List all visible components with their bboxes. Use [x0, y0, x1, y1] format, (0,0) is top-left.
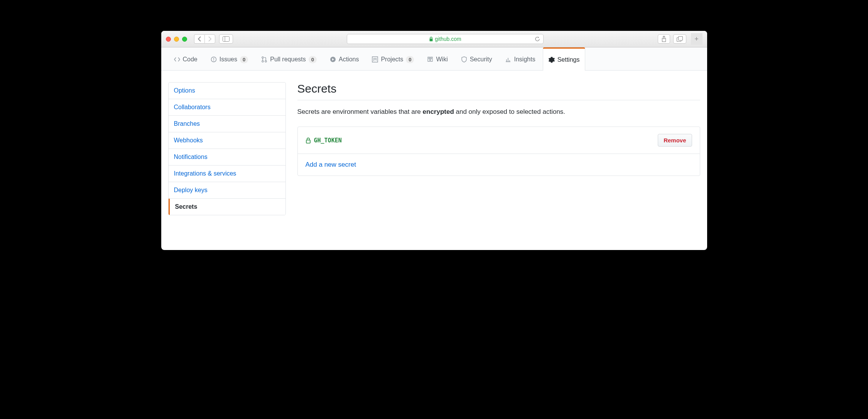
remove-secret-button[interactable]: Remove — [658, 134, 692, 147]
pull-request-icon — [261, 56, 267, 63]
svg-rect-6 — [678, 37, 682, 41]
play-icon — [330, 56, 336, 63]
share-button[interactable] — [658, 34, 670, 44]
lock-icon — [429, 37, 433, 42]
secrets-box: GH_TOKEN Remove Add a new secret — [297, 127, 700, 176]
desc-bold: encrypted — [423, 108, 454, 115]
graph-icon — [505, 56, 511, 63]
forward-button[interactable] — [204, 34, 215, 44]
desc-post: and only exposed to selected actions. — [454, 108, 565, 115]
svg-rect-0 — [223, 37, 229, 42]
projects-count: 0 — [406, 56, 414, 63]
secret-name: GH_TOKEN — [306, 137, 342, 144]
tab-wiki[interactable]: Wiki — [421, 47, 453, 71]
pulls-count: 0 — [309, 56, 317, 63]
lock-icon — [306, 137, 311, 144]
tab-pulls[interactable]: Pull requests 0 — [255, 47, 323, 71]
book-icon — [427, 56, 433, 63]
window-controls — [166, 37, 187, 42]
svg-rect-2 — [430, 39, 433, 41]
sidebar-toggle-button[interactable] — [219, 34, 233, 44]
sidemenu-item-options[interactable]: Options — [169, 83, 285, 99]
desc-pre: Secrets are environment variables that a… — [297, 108, 423, 115]
secret-row: GH_TOKEN Remove — [298, 127, 700, 154]
tab-wiki-label: Wiki — [436, 56, 448, 63]
sidemenu-item-integrations-services[interactable]: Integrations & services — [169, 166, 285, 182]
tab-security-label: Security — [470, 56, 492, 63]
sidemenu-item-collaborators[interactable]: Collaborators — [169, 99, 285, 116]
tabs-button[interactable] — [673, 34, 686, 44]
code-icon — [174, 56, 180, 63]
back-button[interactable] — [194, 34, 204, 44]
gear-icon — [549, 57, 555, 63]
page-title: Secrets — [297, 82, 700, 100]
svg-point-11 — [262, 61, 263, 62]
tab-insights[interactable]: Insights — [499, 47, 541, 71]
issue-icon — [211, 56, 217, 63]
tab-insights-label: Insights — [514, 56, 535, 63]
sidemenu-item-deploy-keys[interactable]: Deploy keys — [169, 182, 285, 199]
main-panel: Secrets Secrets are environment variable… — [297, 82, 700, 250]
address-host: github.com — [435, 36, 461, 42]
svg-point-9 — [213, 61, 214, 61]
sidemenu-item-webhooks[interactable]: Webhooks — [169, 132, 285, 149]
sidemenu-item-branches[interactable]: Branches — [169, 116, 285, 132]
tab-settings[interactable]: Settings — [543, 47, 586, 71]
secret-name-text: GH_TOKEN — [314, 137, 342, 144]
nav-buttons — [194, 34, 215, 44]
reload-button[interactable] — [535, 36, 540, 42]
minimize-window-button[interactable] — [174, 37, 179, 42]
titlebar: github.com + — [161, 31, 707, 47]
svg-point-10 — [262, 57, 263, 58]
project-icon — [372, 56, 378, 63]
repo-nav: Code Issues 0 Pull requests 0 Actions Pr… — [161, 47, 707, 71]
sidemenu-item-notifications[interactable]: Notifications — [169, 149, 285, 166]
tab-security[interactable]: Security — [455, 47, 498, 71]
add-secret-row: Add a new secret — [298, 154, 700, 176]
page-description: Secrets are environment variables that a… — [297, 108, 700, 116]
tab-issues-label: Issues — [220, 56, 237, 63]
tab-projects[interactable]: Projects 0 — [366, 47, 420, 71]
tab-pulls-label: Pull requests — [270, 56, 306, 63]
tab-actions[interactable]: Actions — [324, 47, 365, 71]
toolbar-right: + — [658, 33, 703, 45]
tab-code-label: Code — [183, 56, 198, 63]
tab-code[interactable]: Code — [168, 47, 203, 71]
svg-rect-27 — [306, 140, 310, 143]
close-window-button[interactable] — [166, 37, 171, 42]
sidemenu-item-secrets: Secrets — [169, 199, 285, 215]
tab-projects-label: Projects — [381, 56, 403, 63]
tab-actions-label: Actions — [339, 56, 359, 63]
browser-window: github.com + Code Issues 0 Pu — [161, 31, 707, 250]
add-secret-link[interactable]: Add a new secret — [306, 161, 356, 169]
new-tab-button[interactable]: + — [691, 33, 703, 45]
svg-point-12 — [265, 61, 267, 62]
settings-sidemenu: OptionsCollaboratorsBranchesWebhooksNoti… — [168, 82, 286, 215]
content: OptionsCollaboratorsBranchesWebhooksNoti… — [161, 71, 707, 250]
zoom-window-button[interactable] — [182, 37, 187, 42]
address-bar[interactable]: github.com — [347, 34, 544, 44]
issues-count: 0 — [240, 56, 248, 63]
tab-settings-label: Settings — [557, 56, 580, 63]
shield-icon — [461, 56, 467, 63]
tab-issues[interactable]: Issues 0 — [205, 47, 254, 71]
